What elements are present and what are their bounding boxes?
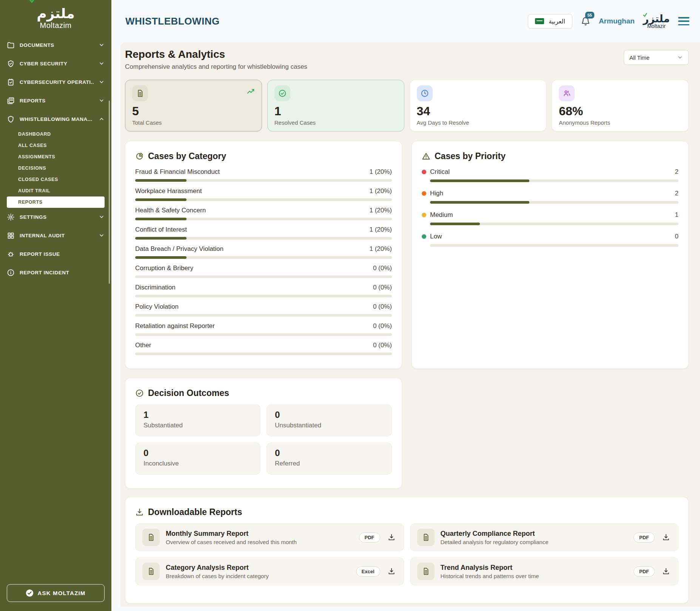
sidebar-item-label: REPORT INCIDENT [20,270,105,275]
sidebar-item-label: DOCUMENTS [20,42,94,48]
check-circle-icon [274,85,290,101]
stat-card-resolved-cases[interactable]: 1 Resolved Cases [267,80,404,131]
trending-up-icon [247,88,255,96]
download-row-trend-analysis[interactable]: Trend Analysis Report Historical trends … [410,557,679,585]
category-label: Discrimination [135,283,176,292]
download-button[interactable] [386,566,397,577]
chevron-down-icon [99,214,105,220]
sidebar-item-documents[interactable]: DOCUMENTS [0,36,111,54]
decision-card-substantiated: 1 Substantiated [135,404,261,436]
submenu-item-all-cases[interactable]: ALL CASES [0,140,111,151]
download-row-quarterly-compliance[interactable]: Quarterly Compliance Report Detailed ana… [410,523,679,551]
panel-header: Decision Outcomes [135,388,392,398]
priority-label: High [430,189,671,198]
download-button[interactable] [661,532,671,543]
sidebar-item-settings[interactable]: SETTINGS [0,208,111,226]
decision-card-inconclusive: 0 Inconclusive [135,442,261,475]
check-circle-icon [26,589,34,597]
main-area: WHISTLEBLOWING العربية 55 Armughan ملتزر… [111,0,700,611]
sidebar-item-label: SETTINGS [20,214,94,220]
decision-value: 0 [143,448,252,458]
sidebar-scrollbar[interactable] [109,101,110,284]
sidebar-item-reports[interactable]: REPORTS [0,91,111,110]
decision-card-unsubstantiated: 0 Unsubstantiated [267,404,392,436]
ask-moltazim-button[interactable]: ASK MOLTAZIM [7,584,105,602]
report-icon [7,97,15,105]
download-row-category-analysis[interactable]: Category Analysis Report Breakdown of ca… [135,557,404,585]
progress-fill [135,198,187,201]
sidebar-item-cybersecurity-operations[interactable]: CYBERSECURITY OPERATI... [0,73,111,91]
submenu-item-audit-trail[interactable]: AUDIT TRAIL [0,185,111,196]
download-title: Quarterly Compliance Report [441,530,628,538]
category-value: 0 (0%) [373,283,392,292]
stat-label: Avg Days to Resolve [417,119,540,126]
progress-fill [135,256,187,259]
progress-track [430,201,678,204]
format-badge: PDF [634,532,655,543]
category-value: 0 (0%) [373,302,392,311]
progress-track [135,353,392,355]
chevron-down-icon [99,42,105,48]
category-label: Health & Safety Concern [135,206,206,215]
check-circle-icon [135,389,144,398]
category-row: Data Breach / Privacy Violation1 (20%) [135,244,392,259]
decision-value: 0 [275,448,384,458]
user-menu[interactable]: Armughan [599,17,635,25]
priority-dot-medium [422,213,426,217]
category-row: Fraud & Financial Misconduct1 (20%) [135,167,392,182]
stat-value: 1 [274,104,397,118]
sidebar-item-label: WHISTLEBLOWING MANA... [20,116,94,122]
downloads-grid: Monthly Summary Report Overview of cases… [135,523,678,585]
priority-label: Medium [430,210,671,220]
submenu-item-reports-active[interactable]: REPORTS [7,196,105,208]
panel-title: Downloadable Reports [148,507,242,517]
shield-icon [7,115,15,123]
sidebar-item-cyber-security[interactable]: CYBER SECURITY [0,54,111,73]
download-icon [135,508,144,517]
language-switcher[interactable]: العربية [528,14,572,29]
decision-outcomes-panel: Decision Outcomes 1 Substantiated 0 Unsu… [125,378,402,489]
file-icon [417,563,435,580]
download-button[interactable] [386,532,397,543]
stat-value: 5 [132,104,255,118]
submenu-item-assignments[interactable]: ASSIGNMENTS [0,151,111,162]
stat-value: 68% [559,104,681,118]
download-button[interactable] [661,566,671,577]
category-label: Corruption & Bribery [135,264,193,273]
folder-icon [7,41,15,49]
stat-card-avg-days[interactable]: 34 Avg Days to Resolve [410,80,547,131]
page-app-title: WHISTLEBLOWING [125,15,220,27]
progress-track [430,223,678,225]
chevron-down-icon [677,54,683,60]
priority-label: Critical [430,167,671,176]
submenu-item-decisions[interactable]: DECISIONS [0,162,111,174]
category-label: Conflict of Interest [135,225,187,234]
sidebar-item-report-incident[interactable]: REPORT INCIDENT [0,263,111,282]
sidebar-item-report-issue[interactable]: REPORT ISSUE [0,245,111,263]
app-logo: ملتزم Moltazim [0,0,111,30]
submenu-item-closed-cases[interactable]: CLOSED CASES [0,174,111,185]
decision-value: 1 [143,410,252,420]
sidebar-item-whistleblowing-management[interactable]: WHISTLEBLOWING MANA... [0,110,111,128]
hamburger-menu-icon[interactable] [678,17,689,25]
notifications-button[interactable]: 55 [581,16,591,26]
progress-track [135,218,392,220]
download-row-monthly-summary[interactable]: Monthly Summary Report Overview of cases… [135,523,404,551]
decision-label: Referred [275,460,384,467]
category-row: Corruption & Bribery0 (0%) [135,264,392,278]
panel-header: Downloadable Reports [135,507,678,517]
submenu-item-dashboard[interactable]: DASHBOARD [0,128,111,140]
download-icon [662,568,670,575]
stat-card-anonymous-reports[interactable]: 68% Anonymous Reports [552,80,689,131]
download-title: Trend Analysis Report [441,564,628,572]
stat-card-total-cases[interactable]: 5 Total Cases [125,80,262,131]
category-row: Other0 (0%) [135,341,392,355]
decision-grid: 1 Substantiated 0 Unsubstantiated 0 Inco… [135,404,392,475]
priority-row: Critical2 [422,167,678,182]
sidebar-item-label: REPORTS [20,98,94,104]
language-label: العربية [549,18,565,25]
sidebar-item-internal-audit[interactable]: INTERNAL AUDIT [0,226,111,245]
time-filter-select[interactable]: All Time [624,50,689,65]
sidebar-nav: DOCUMENTS CYBER SECURITY CYBERSECURITY O… [0,36,111,282]
category-row: Policy Violation0 (0%) [135,302,392,317]
